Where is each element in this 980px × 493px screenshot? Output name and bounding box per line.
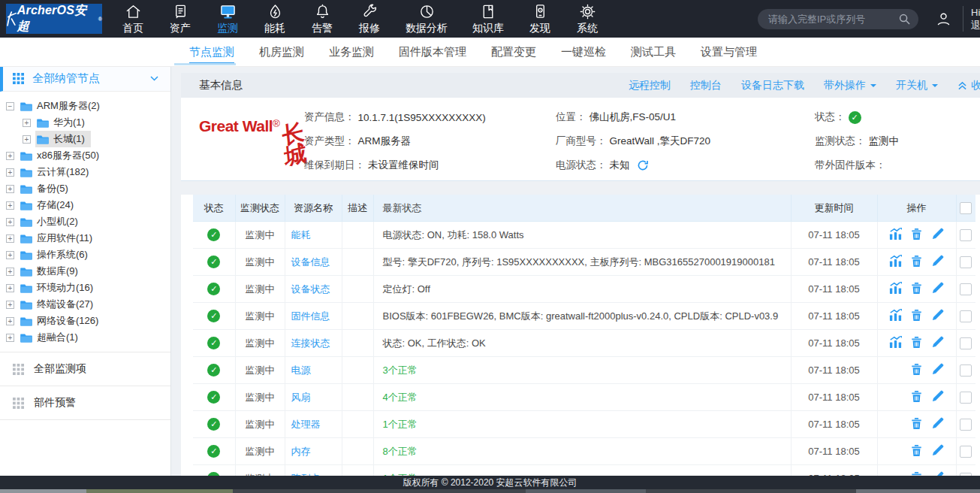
tab-one-key-inspection[interactable]: 一键巡检 <box>561 38 606 66</box>
app-logo[interactable]: ArcherOS安超® <box>6 4 102 34</box>
expand-expander-icon[interactable] <box>6 284 14 292</box>
tab-firmware-management[interactable]: 固件版本管理 <box>399 38 466 66</box>
row-checkbox[interactable] <box>960 337 972 349</box>
tree-item-minicomputer[interactable]: 小型机(2) <box>0 213 170 230</box>
refresh-icon[interactable] <box>637 159 649 171</box>
row-checkbox[interactable] <box>960 446 972 458</box>
edit-icon[interactable] <box>931 417 944 430</box>
row-checkbox[interactable] <box>960 229 972 241</box>
tree-item-cloud[interactable]: 云计算(182) <box>0 164 170 180</box>
nav-item-assets[interactable]: 资产 <box>169 3 191 35</box>
nav-item-home[interactable]: 首页 <box>122 3 144 35</box>
chart-icon[interactable] <box>889 282 902 295</box>
row-checkbox[interactable] <box>960 364 972 377</box>
edit-icon[interactable] <box>931 363 944 376</box>
expand-expander-icon[interactable] <box>6 185 14 193</box>
expand-expander-icon[interactable] <box>6 168 14 177</box>
collapse-expander-icon[interactable] <box>6 102 14 110</box>
chart-icon[interactable] <box>889 309 902 322</box>
resource-link[interactable]: 连接状态 <box>291 337 330 349</box>
collapse-panel-button[interactable]: 收起 <box>957 79 980 92</box>
tab-room-monitoring[interactable]: 机房监测 <box>259 38 304 66</box>
logout-link[interactable]: 退出 <box>971 19 980 32</box>
nav-item-analytics[interactable]: 数据分析 <box>406 3 448 35</box>
tree-item-backup[interactable]: 备份(5) <box>0 180 170 197</box>
row-checkbox[interactable] <box>960 256 972 268</box>
delete-icon[interactable] <box>910 255 923 268</box>
expand-expander-icon[interactable] <box>6 268 14 276</box>
expand-expander-icon[interactable] <box>23 135 31 144</box>
nav-item-system[interactable]: 系统 <box>576 3 599 35</box>
edit-icon[interactable] <box>931 228 944 240</box>
nav-item-alerts[interactable]: 告警 <box>311 3 333 35</box>
expand-expander-icon[interactable] <box>6 301 14 309</box>
tree-item-os[interactable]: 操作系统(6) <box>0 246 170 263</box>
tree-item-terminal[interactable]: 终端设备(27) <box>0 296 170 313</box>
delete-icon[interactable] <box>910 228 923 240</box>
expand-expander-icon[interactable] <box>6 234 14 243</box>
nav-item-knowledge[interactable]: 知识库 <box>472 3 504 35</box>
tree-item-huawei[interactable]: 华为(1) <box>0 114 170 131</box>
delete-icon[interactable] <box>910 444 923 457</box>
resource-link[interactable]: 电源 <box>291 364 311 376</box>
tree-item-network[interactable]: 网络设备(126) <box>0 313 170 329</box>
expand-expander-icon[interactable] <box>6 251 14 259</box>
row-checkbox[interactable] <box>960 392 972 404</box>
resource-link[interactable]: 设备状态 <box>291 283 330 295</box>
delete-icon[interactable] <box>910 282 923 295</box>
tree-item-app-software[interactable]: 应用软件(11) <box>0 230 170 246</box>
delete-icon[interactable] <box>910 390 923 403</box>
resource-link[interactable]: 固件信息 <box>291 310 330 322</box>
tab-node-monitoring[interactable]: 节点监测 <box>189 38 234 66</box>
edit-icon[interactable] <box>931 390 944 403</box>
tree-item-storage[interactable]: 存储(24) <box>0 197 170 213</box>
search-icon[interactable] <box>899 14 910 25</box>
tree-item-arm-servers[interactable]: ARM服务器(2) <box>0 98 170 114</box>
delete-icon[interactable] <box>910 417 923 430</box>
row-checkbox[interactable] <box>960 283 972 295</box>
resource-link[interactable]: 能耗 <box>291 229 311 240</box>
out-of-band-dropdown[interactable]: 带外操作 <box>824 79 876 92</box>
expand-expander-icon[interactable] <box>23 119 31 127</box>
search-input[interactable] <box>758 9 918 29</box>
tab-config-change[interactable]: 配置变更 <box>491 38 536 66</box>
sidebar-header-all-nodes[interactable]: 全部纳管节点 <box>0 66 170 92</box>
tree-item-greatwall[interactable]: 长城(1) <box>0 131 170 147</box>
tree-item-x86-servers[interactable]: x86服务器(50) <box>0 147 170 164</box>
user-avatar[interactable] <box>935 11 952 28</box>
tab-scrollbar[interactable] <box>174 63 236 65</box>
delete-icon[interactable] <box>910 336 923 349</box>
edit-icon[interactable] <box>931 255 944 268</box>
sidebar-item-all-monitoring[interactable]: 全部监测项 <box>0 352 170 386</box>
device-log-download-link[interactable]: 设备日志下载 <box>741 79 804 92</box>
resource-link[interactable]: 处理器 <box>291 419 321 430</box>
tab-business-monitoring[interactable]: 业务监测 <box>329 38 374 66</box>
edit-icon[interactable] <box>931 444 944 457</box>
console-link[interactable]: 控制台 <box>690 79 722 92</box>
tree-item-database[interactable]: 数据库(9) <box>0 263 170 280</box>
edit-icon[interactable] <box>931 336 944 349</box>
delete-icon[interactable] <box>910 363 923 376</box>
edit-icon[interactable] <box>931 309 944 322</box>
chevron-down-icon[interactable] <box>150 76 158 81</box>
select-all-checkbox[interactable] <box>960 202 972 214</box>
delete-icon[interactable] <box>910 309 923 322</box>
chart-icon[interactable] <box>889 228 902 240</box>
resource-link[interactable]: 风扇 <box>291 392 311 403</box>
tree-item-hyperconverged[interactable]: 超融合(1) <box>0 329 170 346</box>
expand-expander-icon[interactable] <box>6 317 14 325</box>
expand-expander-icon[interactable] <box>6 201 14 210</box>
chart-icon[interactable] <box>889 336 902 349</box>
chart-icon[interactable] <box>889 255 902 268</box>
tab-settings-management[interactable]: 设置与管理 <box>701 38 757 66</box>
nav-item-discover[interactable]: 发现 <box>529 3 551 35</box>
row-checkbox[interactable] <box>960 310 972 322</box>
remote-control-link[interactable]: 远程控制 <box>629 79 671 92</box>
nav-item-monitoring[interactable]: 监测 <box>216 3 239 35</box>
resource-link[interactable]: 设备信息 <box>291 256 330 268</box>
tree-item-env-power[interactable]: 环境动力(16) <box>0 280 170 296</box>
tab-test-tools[interactable]: 测试工具 <box>631 38 676 66</box>
sidebar-item-component-warning[interactable]: 部件预警 <box>0 386 170 420</box>
expand-expander-icon[interactable] <box>6 334 14 342</box>
edit-icon[interactable] <box>931 282 944 295</box>
